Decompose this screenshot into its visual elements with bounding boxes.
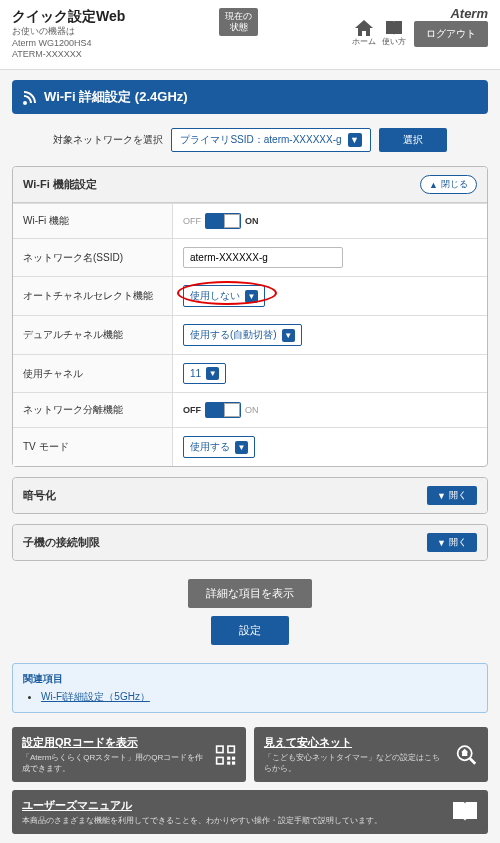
chevron-down-icon: ▼ <box>282 329 295 342</box>
card-safenet[interactable]: 見えて安心ネット 「こども安心ネットタイマー」などの設定はこちらから。 <box>254 727 488 782</box>
network-select-value: プライマリSSID：aterm-XXXXXX-g <box>180 133 341 147</box>
wifi-icon <box>22 89 38 105</box>
row-separation: ネットワーク分離機能 OFF ON <box>13 392 487 427</box>
row-dual-channel: デュアルチャネル機能 使用する(自動切替) ▼ <box>13 315 487 354</box>
card-manual-title: ユーザーズマニュアル <box>22 798 382 813</box>
channel-value: 11 <box>190 368 201 379</box>
encryption-panel: 暗号化 ▼開く <box>12 477 488 514</box>
status-badge[interactable]: 現在の 状態 <box>219 8 258 36</box>
chevron-down-icon: ▼ <box>206 367 219 380</box>
on-label: ON <box>245 216 259 226</box>
tv-mode-select[interactable]: 使用する ▼ <box>183 436 255 458</box>
svg-rect-5 <box>217 758 222 763</box>
home-icon <box>355 20 373 36</box>
card-qr-title: 設定用QRコードを表示 <box>22 735 207 750</box>
auto-channel-value: 使用しない <box>190 289 240 303</box>
ssid-label: ネットワーク名(SSID) <box>13 239 173 276</box>
card-qr-desc: 「AtermらくらくQRスタート」用のQRコードを作成できます。 <box>22 752 207 774</box>
svg-rect-3 <box>229 746 234 751</box>
card-manual-desc: 本商品のさまざまな機能を利用してできることを、わかりやすい操作・設定手順で説明し… <box>22 815 382 826</box>
collapse-label: 閉じる <box>441 178 468 191</box>
book-icon <box>385 20 403 36</box>
network-selector-row: 対象ネットワークを選択 プライマリSSID：aterm-XXXXXX-g ▼ 選… <box>12 128 488 152</box>
ssid-input[interactable] <box>183 247 343 268</box>
apply-button[interactable]: 設定 <box>211 616 289 645</box>
separation-label: ネットワーク分離機能 <box>13 393 173 427</box>
network-select[interactable]: プライマリSSID：aterm-XXXXXX-g ▼ <box>171 128 370 152</box>
off-label: OFF <box>183 405 201 415</box>
header: クイック設定Web お使いの機器は Aterm WG1200HS4 ATERM-… <box>0 0 500 70</box>
home-nav[interactable]: ホーム <box>352 20 376 47</box>
selector-label: 対象ネットワークを選択 <box>53 133 163 147</box>
svg-rect-1 <box>217 746 222 751</box>
app-title: クイック設定Web <box>12 8 125 26</box>
row-auto-channel: オートチャネルセレクト機能 使用しない ▼ <box>13 276 487 315</box>
tv-mode-value: 使用する <box>190 440 230 454</box>
auto-channel-select[interactable]: 使用しない ▼ <box>183 285 265 307</box>
home-label: ホーム <box>352 37 376 46</box>
row-channel: 使用チャネル 11 ▼ <box>13 354 487 392</box>
channel-select[interactable]: 11 ▼ <box>183 363 226 384</box>
dual-channel-select[interactable]: 使用する(自動切替) ▼ <box>183 324 302 346</box>
tv-mode-label: TV モード <box>13 428 173 466</box>
row-ssid: ネットワーク名(SSID) <box>13 238 487 276</box>
chevron-down-icon: ▼ <box>245 290 258 303</box>
wifi-toggle[interactable]: OFF ON <box>183 213 259 229</box>
wifi-settings-panel: Wi-Fi 機能設定 ▲閉じる Wi-Fi 機能 OFF ON ネットワーク名(… <box>12 166 488 467</box>
usage-label: 使い方 <box>382 37 406 46</box>
auto-channel-label: オートチャネルセレクト機能 <box>13 277 173 315</box>
related-box: 関連項目 Wi-Fi詳細設定（5GHz） <box>12 663 488 713</box>
channel-label: 使用チャネル <box>13 355 173 392</box>
magnifier-home-icon <box>455 742 478 768</box>
row-wifi-function: Wi-Fi 機能 OFF ON <box>13 203 487 238</box>
svg-rect-6 <box>227 756 230 759</box>
encryption-title: 暗号化 <box>23 488 56 503</box>
collapse-button[interactable]: ▲閉じる <box>420 175 477 194</box>
device-id: ATERM-XXXXXX <box>12 49 125 61</box>
device-model: Aterm WG1200HS4 <box>12 38 125 50</box>
device-label: お使いの機器は <box>12 26 125 38</box>
related-link-5ghz[interactable]: Wi-Fi詳細設定（5GHz） <box>41 691 150 702</box>
expand-button[interactable]: ▼開く <box>427 486 477 505</box>
expand-label: 開く <box>449 489 467 502</box>
svg-rect-7 <box>232 756 235 759</box>
off-label: OFF <box>183 216 201 226</box>
card-safe-desc: 「こども安心ネットタイマー」などの設定はこちらから。 <box>264 752 447 774</box>
expand-button[interactable]: ▼開く <box>427 533 477 552</box>
svg-rect-9 <box>232 761 235 764</box>
chevron-down-icon: ▼ <box>348 133 362 147</box>
card-qr[interactable]: 設定用QRコードを表示 「AtermらくらくQRスタート」用のQRコードを作成で… <box>12 727 246 782</box>
page-title: Wi-Fi 詳細設定 (2.4GHz) <box>44 88 188 106</box>
row-tv-mode: TV モード 使用する ▼ <box>13 427 487 466</box>
page-title-bar: Wi-Fi 詳細設定 (2.4GHz) <box>12 80 488 114</box>
detail-button[interactable]: 詳細な項目を表示 <box>188 579 312 608</box>
chevron-down-icon: ▼ <box>235 441 248 454</box>
expand-label: 開く <box>449 536 467 549</box>
book-icon <box>452 801 478 823</box>
related-title: 関連項目 <box>23 672 477 686</box>
brand-logo: Aterm <box>450 6 488 21</box>
client-restrict-title: 子機の接続制限 <box>23 535 100 550</box>
card-safe-title: 見えて安心ネット <box>264 735 447 750</box>
wifi-function-label: Wi-Fi 機能 <box>13 204 173 238</box>
svg-rect-8 <box>227 761 230 764</box>
on-label: ON <box>245 405 259 415</box>
qr-icon <box>215 742 236 768</box>
client-restrict-panel: 子機の接続制限 ▼開く <box>12 524 488 561</box>
separation-toggle[interactable]: OFF ON <box>183 402 259 418</box>
dual-channel-label: デュアルチャネル機能 <box>13 316 173 354</box>
card-manual[interactable]: ユーザーズマニュアル 本商品のさまざまな機能を利用してできることを、わかりやすい… <box>12 790 488 834</box>
dual-channel-value: 使用する(自動切替) <box>190 328 277 342</box>
logout-button[interactable]: ログアウト <box>414 21 488 47</box>
usage-nav[interactable]: 使い方 <box>382 20 406 47</box>
select-button[interactable]: 選択 <box>379 128 447 152</box>
panel-title: Wi-Fi 機能設定 <box>23 177 97 192</box>
